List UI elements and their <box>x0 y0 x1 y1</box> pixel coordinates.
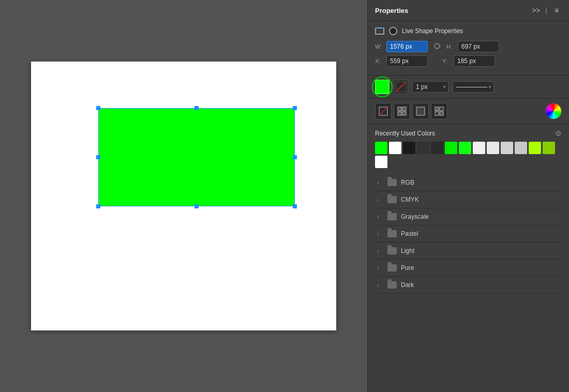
folder-pastel-icon <box>387 230 397 237</box>
w-label: W: <box>375 43 383 50</box>
color-groups: › RGB › CMYK › Grayscale › Paste <box>375 174 562 294</box>
swatch-13[interactable] <box>375 156 387 168</box>
fill-color-swatch[interactable] <box>375 80 390 94</box>
artboard <box>31 62 336 330</box>
swatch-5[interactable] <box>445 142 457 154</box>
stroke-width-wrapper[interactable]: 1 px 0.5 px 2 px 3 px 4 px <box>412 81 448 93</box>
color-group-rgb[interactable]: › RGB <box>375 174 562 191</box>
properties-panel: Properties >> | ≡ Live Shape Properties <box>367 0 569 392</box>
svg-line-11 <box>379 107 387 115</box>
no-fill-button[interactable] <box>375 103 392 119</box>
single-rect-button[interactable] <box>412 103 429 119</box>
color-swatches-row <box>375 142 562 168</box>
handle-top-mid[interactable] <box>194 106 199 110</box>
panel-title: Properties <box>375 7 408 14</box>
folder-light-icon <box>387 247 397 254</box>
swatch-2[interactable] <box>403 142 415 154</box>
group-label-cmyk: CMYK <box>401 196 419 203</box>
color-group-cmyk[interactable]: › CMYK <box>375 191 562 208</box>
svg-rect-12 <box>398 107 401 111</box>
svg-rect-20 <box>440 112 443 115</box>
recently-used-title: Recently Used Colors <box>375 130 435 137</box>
color-group-pastel[interactable]: › Pastel <box>375 225 562 243</box>
handle-right-mid[interactable] <box>293 155 297 159</box>
live-shape-header: Live Shape Properties <box>375 26 562 36</box>
folder-rgb-icon <box>387 179 397 186</box>
color-wheel-button[interactable] <box>545 103 562 119</box>
swatch-3[interactable] <box>417 142 429 154</box>
fill-swatch-wrapper[interactable] <box>375 80 390 94</box>
svg-point-3 <box>390 27 397 35</box>
shape-buttons-row <box>368 99 569 124</box>
expand-panel-icon[interactable]: >> <box>531 5 541 16</box>
panel-header: Properties >> | ≡ <box>368 0 569 21</box>
panel-content: Live Shape Properties W: H: X: <box>368 21 569 392</box>
stroke-style-select[interactable]: ————— - - - - · · · · <box>453 81 494 93</box>
chevron-light-icon: › <box>377 248 383 254</box>
selection-border <box>98 108 295 206</box>
green-rectangle[interactable] <box>98 108 295 206</box>
link-proportions-icon[interactable] <box>431 42 443 52</box>
grid-button[interactable] <box>394 103 410 119</box>
h-label: H: <box>446 43 455 50</box>
color-group-grayscale[interactable]: › Grayscale <box>375 208 562 225</box>
handle-bottom-mid[interactable] <box>194 204 199 208</box>
chevron-rgb-icon: › <box>377 179 383 186</box>
stroke-width-select[interactable]: 1 px 0.5 px 2 px 3 px 4 px <box>412 81 448 93</box>
dims-w-h-row: W: H: <box>375 41 562 52</box>
handle-top-right[interactable] <box>293 106 297 110</box>
svg-rect-0 <box>376 28 384 34</box>
panel-menu-icon[interactable]: ≡ <box>551 5 562 16</box>
x-label: X: <box>375 58 383 64</box>
color-group-dark[interactable]: › Dark <box>375 277 562 294</box>
group-label-pastel: Pastel <box>401 230 418 237</box>
group-label-light: Light <box>401 247 414 254</box>
pattern-button[interactable] <box>431 103 447 119</box>
group-label-rgb: RGB <box>401 179 414 186</box>
svg-rect-13 <box>402 107 406 111</box>
live-shape-circle-icon <box>388 26 398 36</box>
handle-left-mid[interactable] <box>96 155 100 159</box>
y-input[interactable] <box>454 55 495 67</box>
y-label: Y: <box>442 58 451 64</box>
swatch-9[interactable] <box>501 142 513 154</box>
gear-icon[interactable]: ⚙ <box>555 129 562 138</box>
shape-wrapper[interactable] <box>98 108 295 206</box>
chevron-pure-icon: › <box>377 265 383 271</box>
group-label-grayscale: Grayscale <box>401 213 429 220</box>
stroke-style-wrapper[interactable]: ————— - - - - · · · · <box>453 81 494 93</box>
swatch-0[interactable] <box>375 142 387 154</box>
live-shape-section: Live Shape Properties W: H: X: <box>368 21 569 76</box>
chevron-cmyk-icon: › <box>377 197 383 203</box>
folder-grayscale-icon <box>387 213 397 220</box>
recently-used-section: Recently Used Colors ⚙ <box>368 124 569 299</box>
svg-rect-17 <box>435 107 439 111</box>
swatch-8[interactable] <box>487 142 499 154</box>
svg-rect-16 <box>416 107 425 115</box>
h-input[interactable] <box>458 41 499 52</box>
swatch-1[interactable] <box>389 142 401 154</box>
w-input[interactable] <box>386 41 428 52</box>
handle-bottom-right[interactable] <box>293 204 297 208</box>
svg-rect-14 <box>398 112 401 115</box>
swatch-4[interactable] <box>431 142 443 154</box>
folder-pure-icon <box>387 264 397 272</box>
svg-rect-18 <box>440 107 443 111</box>
swatch-6[interactable] <box>459 142 471 154</box>
color-group-light[interactable]: › Light <box>375 243 562 260</box>
swatch-10[interactable] <box>515 142 527 154</box>
color-group-pure[interactable]: › Pure <box>375 260 562 277</box>
handle-bottom-left[interactable] <box>96 204 100 208</box>
swatch-11[interactable] <box>529 142 541 154</box>
handle-top-left[interactable] <box>96 106 100 110</box>
x-input[interactable] <box>386 55 428 67</box>
stroke-fill-row: 1 px 0.5 px 2 px 3 px 4 px ————— - - - -… <box>368 76 569 99</box>
stroke-icon[interactable] <box>394 80 408 94</box>
swatch-12[interactable] <box>543 142 555 154</box>
live-shape-title: Live Shape Properties <box>402 27 463 35</box>
canvas-area <box>0 0 367 392</box>
live-shape-rect-icon <box>375 26 384 36</box>
swatch-7[interactable] <box>473 142 485 154</box>
svg-rect-15 <box>402 112 406 115</box>
group-label-pure: Pure <box>401 264 414 272</box>
